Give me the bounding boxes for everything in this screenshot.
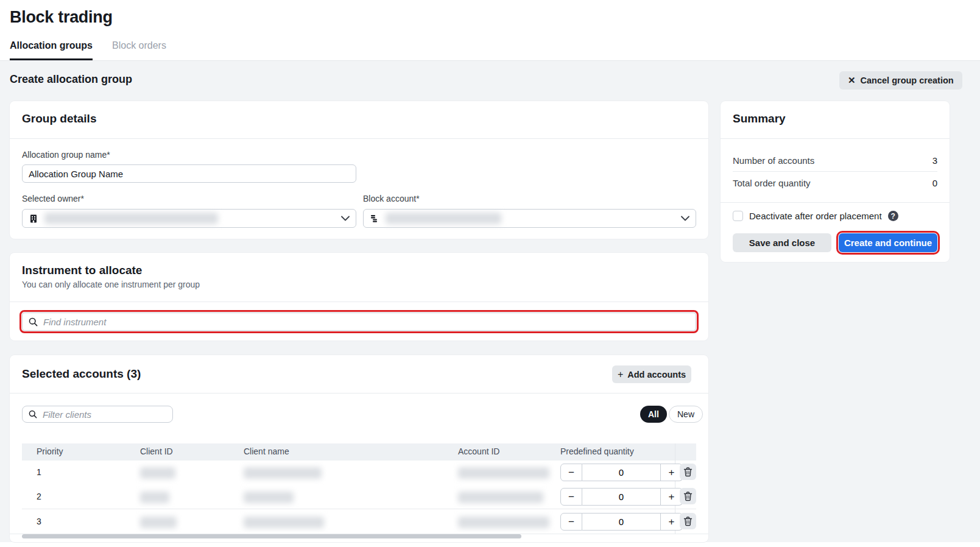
block-account-redacted-value [386,213,501,224]
chevron-down-icon [341,216,350,221]
deactivate-option-row: Deactivate after order placement ? [733,211,898,221]
total-order-quantity-label: Total order quantity [733,178,811,188]
col-account-id: Account ID [458,446,499,456]
add-accounts-label: Add accounts [627,370,686,379]
section-title: Create allocation group [10,73,132,86]
filter-clients-input[interactable] [43,409,166,420]
quantity-input[interactable] [582,513,661,531]
col-predefined-quantity: Predefined quantity [560,446,634,456]
divider [10,138,708,139]
save-and-close-button[interactable]: Save and close [733,233,831,252]
selected-accounts-title: Selected accounts (3) [22,367,141,381]
block-account-dropdown[interactable] [363,209,696,228]
number-of-accounts-value: 3 [932,155,937,166]
trash-icon [683,517,693,526]
create-and-continue-button[interactable]: Create and continue [839,233,937,252]
table-row: 1 − + [22,461,696,485]
chevron-down-icon [681,216,689,221]
building-icon [29,214,38,224]
allocation-group-name-input[interactable] [22,164,356,183]
close-icon: ✕ [848,75,856,86]
account-id-redacted [458,517,549,528]
divider [721,138,950,139]
decrement-button[interactable]: − [560,488,582,506]
instrument-subtitle: You can only allocate one instrument per… [22,280,200,289]
add-accounts-button[interactable]: + Add accounts [612,365,691,383]
client-name-redacted [244,492,294,503]
selected-owner-dropdown[interactable] [22,209,356,228]
divider [721,202,950,203]
account-id-redacted [458,492,543,503]
client-id-redacted [140,517,177,528]
summary-title: Summary [733,112,786,125]
horizontal-scrollbar[interactable] [22,534,521,538]
search-icon [29,317,38,326]
decrement-button[interactable]: − [560,464,582,481]
filter-pill-all[interactable]: All [640,406,667,423]
table-row: 2 − + [22,485,696,509]
tab-bar: Allocation groups Block orders [0,40,980,61]
client-name-redacted [244,517,324,528]
deactivate-checkbox-label: Deactivate after order placement [749,211,882,221]
deactivate-checkbox[interactable] [733,211,743,221]
account-id-redacted [458,467,549,479]
group-details-title: Group details [22,112,96,125]
quantity-input[interactable] [582,464,661,481]
cancel-group-creation-button[interactable]: ✕ Cancel group creation [839,71,962,90]
priority-value: 3 [37,517,41,526]
total-order-quantity-value: 0 [932,178,937,188]
find-instrument-search[interactable] [22,312,696,331]
col-client-id: Client ID [140,446,173,456]
summary-row-quantity: Total order quantity 0 [733,172,937,194]
filter-pill-new[interactable]: New [669,406,703,423]
summary-row-accounts: Number of accounts 3 [733,150,937,172]
table-row: 3 − + [22,510,696,534]
trash-icon [683,492,693,501]
client-id-redacted [140,492,169,503]
col-client-name: Client name [244,446,289,456]
divider [10,393,708,393]
tab-allocation-groups[interactable]: Allocation groups [10,40,93,60]
accounts-stack-icon [370,214,379,224]
instrument-card: Instrument to allocate You can only allo… [10,253,708,341]
search-icon [29,410,37,418]
block-account-label: Block account* [363,194,420,203]
group-details-card: Group details Allocation group name* Sel… [10,101,708,239]
selected-owner-redacted-value [44,213,218,224]
page-title: Block trading [10,8,113,27]
plus-icon: + [618,369,623,380]
decrement-button[interactable]: − [560,513,582,531]
quantity-stepper: − + [560,513,683,531]
find-instrument-input[interactable] [43,317,689,327]
priority-value: 2 [37,492,41,501]
selected-accounts-card: Selected accounts (3) + Add accounts All… [10,355,708,542]
delete-row-button[interactable] [680,464,696,480]
instrument-title: Instrument to allocate [22,264,142,277]
number-of-accounts-label: Number of accounts [733,155,814,166]
selected-owner-label: Selected owner* [22,194,84,203]
col-priority: Priority [37,446,63,456]
table-header: Priority Client ID Client name Account I… [22,443,696,461]
quantity-stepper: − + [560,464,683,481]
filter-clients-search[interactable] [22,406,173,423]
tab-block-orders[interactable]: Block orders [112,40,166,60]
quantity-stepper: − + [560,488,683,506]
cancel-button-label: Cancel group creation [861,76,954,85]
priority-value: 1 [37,467,41,477]
help-icon[interactable]: ? [888,211,898,221]
summary-card: Summary Number of accounts 3 Total order… [721,101,950,262]
delete-row-button[interactable] [680,488,696,504]
client-id-redacted [140,467,175,479]
allocation-group-name-label: Allocation group name* [22,150,110,160]
trash-icon [683,467,693,477]
delete-row-button[interactable] [680,513,696,529]
divider [10,302,708,302]
client-name-redacted [244,467,322,479]
quantity-input[interactable] [582,488,661,506]
